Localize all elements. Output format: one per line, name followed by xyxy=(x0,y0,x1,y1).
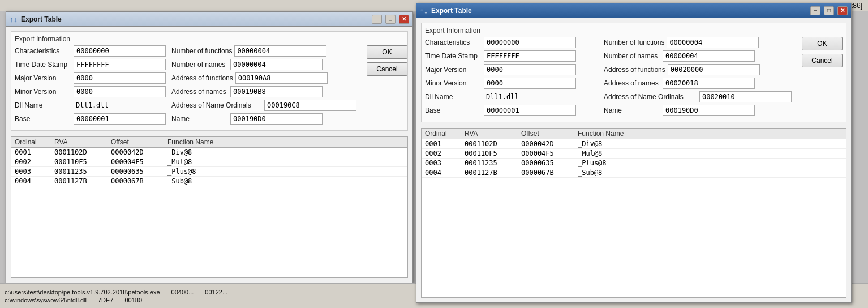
row3-offset: 00000635 xyxy=(110,168,166,176)
dialog2-dllname-input[interactable] xyxy=(484,91,575,102)
dialog1-minorver-input[interactable] xyxy=(74,86,166,97)
dialog2-numnames-input[interactable] xyxy=(663,50,755,62)
dialog2-addrnames-row: Address of names xyxy=(604,78,792,89)
table-row[interactable]: 0002 000110F5 000004F5 _Mul@8 xyxy=(11,157,407,167)
dialog2-export-info-label: Export Information xyxy=(425,27,843,35)
dialog2-close-btn[interactable]: ✕ xyxy=(837,6,848,15)
row3-ordinal: 0003 xyxy=(14,168,53,176)
dialog2-numfuncs-row: Number of functions xyxy=(604,37,792,48)
dialog1-col-ordinal: Ordinal xyxy=(14,138,53,146)
dialog1-minimize-btn[interactable]: − xyxy=(372,15,382,24)
dialog2-ok-button[interactable]: OK xyxy=(802,37,843,50)
dialog2-timestamp-row: Time Date Stamp xyxy=(425,50,598,62)
dialog2-addrnameords-row: Address of Name Ordinals xyxy=(604,91,792,102)
d2-row3-offset: 00000635 xyxy=(520,159,577,167)
dialog2-majorver-input[interactable] xyxy=(484,64,576,75)
dialog2-addrfuncs-row: Address of functions xyxy=(604,64,792,75)
dialog2-title: Export Table xyxy=(431,7,807,15)
bottom-path-2: c:\windows\syswow64\ntdll.dll xyxy=(5,297,87,303)
dialog2-col-rva: RVA xyxy=(463,130,520,138)
dialog1-base-row: Base xyxy=(15,113,166,125)
row2-funcname: _Mul@8 xyxy=(166,158,405,166)
dialog1-titlebar: ↑↓ Export Table − □ ✕ xyxy=(6,12,412,27)
dialog2-majorver-row: Major Version xyxy=(425,64,598,75)
dialog2-maximize-btn[interactable]: □ xyxy=(824,6,834,15)
d2-row2-ordinal: 0002 xyxy=(424,149,463,157)
dialog1-name-row: Name xyxy=(171,113,356,125)
dialog2-name-label: Name xyxy=(604,106,660,114)
dialog1-table-header: Ordinal RVA Offset Function Name xyxy=(11,137,407,148)
dialog2-name-row: Name xyxy=(604,105,792,116)
dialog2-base-row: Base xyxy=(425,105,598,116)
dialog2-timestamp-input[interactable] xyxy=(484,50,576,62)
dialog2-func-table: Ordinal RVA Offset Function Name 0001 00… xyxy=(421,128,846,298)
table-row[interactable]: 0003 00011235 00000635 _Plus@8 xyxy=(11,167,407,177)
dialog2-minorver-input[interactable] xyxy=(484,78,576,89)
dialog1-ok-button[interactable]: OK xyxy=(367,45,407,59)
dialog1-addrnameords-label: Address of Name Ordinals xyxy=(171,101,262,109)
dialog1-dllname-input[interactable] xyxy=(74,100,165,111)
dialog1-characteristics-input[interactable] xyxy=(74,45,166,57)
dialog1-close-btn[interactable]: ✕ xyxy=(399,15,409,24)
export-table-dialog-1: ↑↓ Export Table − □ ✕ Export Information… xyxy=(6,11,413,283)
row4-offset: 0000067B xyxy=(110,177,166,185)
dialog2-minorver-row: Minor Version xyxy=(425,78,598,89)
bottom-col2-1: 00122... xyxy=(205,289,227,296)
dialog2-minimize-btn[interactable]: − xyxy=(810,6,820,15)
dialog1-export-info: Export Information Characteristics Time … xyxy=(11,31,408,131)
dialog2-cancel-button[interactable]: Cancel xyxy=(802,54,843,67)
d2-row4-rva: 0001127B xyxy=(463,169,520,177)
dialog1-majorver-label: Major Version xyxy=(15,74,71,82)
dialog1-cancel-button[interactable]: Cancel xyxy=(367,62,407,76)
dialog1-numnames-input[interactable] xyxy=(230,59,323,70)
dialog1-export-info-label: Export Information xyxy=(15,35,404,43)
dialog2-right-fields: Number of functions Number of names Addr… xyxy=(604,37,792,118)
dialog1-timestamp-input[interactable] xyxy=(74,59,166,70)
dialog2-dllname-label: Dll Name xyxy=(425,93,482,101)
dialog2-name-input[interactable] xyxy=(663,105,755,116)
dialog1-maximize-btn[interactable]: □ xyxy=(385,15,396,24)
d2-row2-offset: 000004F5 xyxy=(520,149,577,157)
dialog2-addrnameords-input[interactable] xyxy=(699,91,792,102)
row3-rva: 00011235 xyxy=(53,168,110,176)
row4-funcname: _Sub@8 xyxy=(166,177,405,185)
dialog2-addrnames-input[interactable] xyxy=(663,78,755,89)
dialog1-title: Export Table xyxy=(21,15,368,23)
dialog2-characteristics-label: Characteristics xyxy=(425,38,482,46)
dialog1-addrnameords-input[interactable] xyxy=(264,100,356,111)
dialog2-numfuncs-input[interactable] xyxy=(667,37,759,48)
table-row[interactable]: 0001 0001102D 0000042D _Div@8 xyxy=(422,139,846,149)
dialog1-characteristics-label: Characteristics xyxy=(15,47,71,55)
table-row[interactable]: 0003 00011235 00000635 _Plus@8 xyxy=(422,159,846,168)
table-row[interactable]: 0001 0001102D 0000042D _Div@8 xyxy=(11,148,407,157)
row2-ordinal: 0002 xyxy=(14,158,53,166)
d2-row1-funcname: _Div@8 xyxy=(577,140,844,148)
d2-row1-rva: 0001102D xyxy=(463,140,520,148)
d2-row4-ordinal: 0004 xyxy=(424,169,463,177)
dialog1-addrnames-input[interactable] xyxy=(230,86,323,97)
d2-row2-funcname: _Mul@8 xyxy=(577,149,844,157)
dialog1-base-label: Base xyxy=(15,115,71,123)
d2-row4-offset: 0000067B xyxy=(520,169,577,177)
dialog1-base-input[interactable] xyxy=(74,113,166,125)
dialog1-numfuncs-input[interactable] xyxy=(234,45,326,57)
dialog2-base-input[interactable] xyxy=(484,105,576,116)
dialog1-name-label: Name xyxy=(171,115,228,123)
dialog2-btn-panel: OK Cancel xyxy=(797,37,843,67)
dialog2-table-header: Ordinal RVA Offset Function Name xyxy=(422,129,846,139)
table-row[interactable]: 0002 000110F5 000004F5 _Mul@8 xyxy=(422,149,846,159)
dialog1-majorver-input[interactable] xyxy=(74,72,166,84)
dialog2-title-icon: ↑↓ xyxy=(420,6,428,15)
table-row[interactable]: 0004 0001127B 0000067B _Sub@8 xyxy=(422,168,846,178)
dialog1-body: Export Information Characteristics Time … xyxy=(6,27,412,283)
dialog2-addrfuncs-label: Address of functions xyxy=(604,66,665,74)
dialog1-addrnames-label: Address of names xyxy=(171,88,228,96)
dialog1-addrnameords-row: Address of Name Ordinals xyxy=(171,100,356,111)
row4-ordinal: 0004 xyxy=(14,177,53,185)
dialog1-name-input[interactable] xyxy=(230,113,323,125)
dialog1-addrfuncs-input[interactable] xyxy=(235,72,328,84)
d2-row4-funcname: _Sub@8 xyxy=(577,169,844,177)
dialog2-characteristics-input[interactable] xyxy=(484,37,576,48)
dialog2-addrfuncs-input[interactable] xyxy=(668,64,760,75)
table-row[interactable]: 0004 0001127B 0000067B _Sub@8 xyxy=(11,177,407,186)
